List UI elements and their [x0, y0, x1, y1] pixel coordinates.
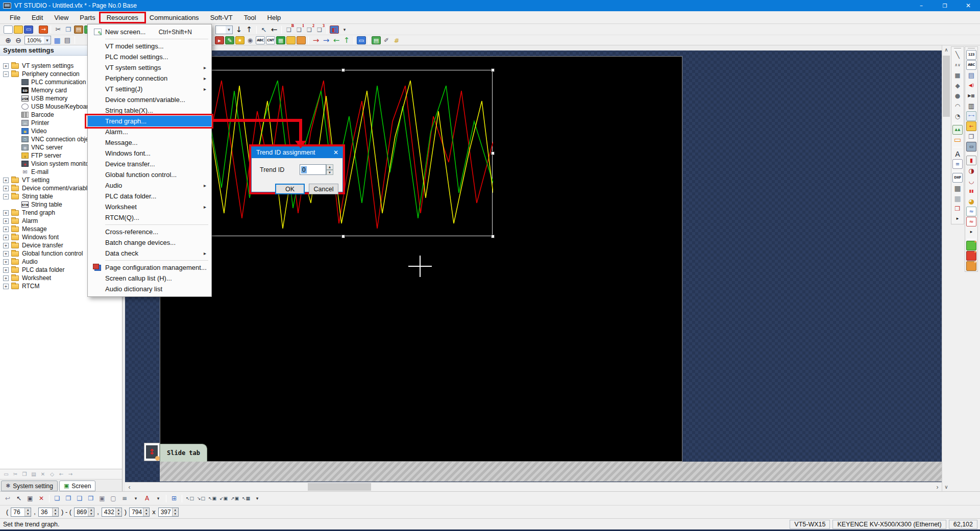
spinner-up-icon[interactable]: ▲ [88, 508, 94, 512]
menu-item-audio[interactable]: Audio▸ [88, 180, 211, 191]
trend-id-spinner[interactable]: ▲ ▼ [326, 164, 333, 175]
arc-tool-icon[interactable]: ◠ [952, 101, 963, 111]
expand-icon[interactable]: + [3, 251, 9, 257]
free-graph-part-icon[interactable]: ≈ [966, 217, 976, 226]
align-parts-icon[interactable]: ≡ [119, 494, 130, 503]
tree-delete-icon[interactable]: ✕ [39, 471, 47, 478]
buzzer-part-icon[interactable]: ◀) [966, 81, 976, 90]
transfer-from-vt-icon[interactable]: ← [332, 36, 341, 44]
menu-communications[interactable]: Communications [144, 11, 205, 23]
jump-back-icon[interactable]: ↩ [3, 494, 13, 503]
menu-parts[interactable]: Parts [74, 11, 101, 23]
system-transfer-icon[interactable]: → [39, 26, 48, 34]
menu-item-message-[interactable]: Message... [88, 137, 211, 148]
expand-icon[interactable]: + [3, 243, 9, 248]
character-display-part-icon[interactable]: ABC [966, 60, 976, 70]
copy-icon[interactable]: ❐ [64, 26, 73, 34]
polygon-tool-icon[interactable]: ◆ [952, 81, 963, 90]
chevron-down-icon[interactable]: ▾ [226, 26, 232, 34]
editor-workspace[interactable]: ↕ Slide tab ‹ › [122, 45, 942, 491]
comment-display-part-icon[interactable]: ▤ [966, 70, 976, 80]
expand-icon[interactable]: + [3, 186, 9, 191]
menu-item-worksheet[interactable]: Worksheet▸ [88, 201, 211, 212]
menu-item-string-table-x-[interactable]: String table(X)... [88, 105, 211, 116]
video-part-icon[interactable]: ▶▦ [966, 91, 976, 100]
select-inner-part-icon[interactable]: ↙▣ [218, 494, 229, 503]
bring-forward-icon[interactable]: ❑ [75, 494, 85, 503]
select-cursor-icon[interactable]: ↖ [14, 494, 24, 503]
coordinate-spinner[interactable]: ▲▼ [24, 508, 31, 516]
menu-item-new-screen-[interactable]: New screen...Ctrl+Shift+N [88, 27, 211, 37]
remote-monitor-part-icon[interactable]: ❐ [966, 132, 976, 141]
drawing-tool-icon[interactable]: ✐ [382, 36, 391, 44]
vt-simulator-icon[interactable]: ▭ [357, 36, 366, 44]
scroll-right-arrow[interactable]: › [933, 483, 942, 491]
dxf-tool-icon[interactable]: DXF [952, 173, 963, 183]
expand-icon[interactable]: + [3, 259, 9, 265]
expand-icon[interactable]: + [3, 235, 9, 240]
horizontal-scroll-thumb[interactable] [308, 483, 371, 491]
stamp-tool-icon[interactable]: ❒ [952, 204, 963, 213]
menu-resources[interactable]: Resources [101, 11, 144, 23]
text-list-icon[interactable]: ABC [256, 36, 265, 44]
coordinate-spinner[interactable]: ▲▼ [88, 508, 94, 516]
previous-screen-icon[interactable]: ↑ [244, 26, 254, 34]
send-backward-icon[interactable]: ❒ [86, 494, 96, 503]
vertical-scroll-thumb[interactable] [943, 56, 950, 117]
menu-item-device-transfer-[interactable]: Device transfer... [88, 159, 211, 169]
slide-tab-thumbnail[interactable]: ↕ [144, 443, 160, 461]
memory-card-tool-icon[interactable] [286, 36, 296, 44]
expand-icon[interactable]: + [3, 178, 9, 183]
unit-editor-icon[interactable]: # [392, 36, 401, 44]
more-draw-tools-icon[interactable]: ▸ [952, 214, 963, 223]
menu-edit[interactable]: Edit [26, 11, 48, 23]
select-group-part-icon[interactable]: ↖▦ [241, 494, 251, 503]
expand-icon[interactable]: + [3, 210, 9, 216]
expand-icon[interactable]: + [3, 275, 9, 281]
spinner-down-icon[interactable]: ▼ [143, 512, 149, 516]
coordinate-field-2[interactable]: 869▲▼ [74, 508, 94, 517]
table-tool-icon[interactable]: ▦ [952, 193, 963, 203]
polyline-tool-icon[interactable]: ∧∨ [952, 60, 963, 70]
select-frame-part-icon[interactable]: ↖▣ [207, 494, 217, 503]
expand-icon[interactable]: + [3, 218, 9, 224]
spinner-down-icon[interactable]: ▼ [116, 512, 121, 516]
selection-handle[interactable] [491, 68, 495, 72]
collapse-icon[interactable]: − [3, 194, 9, 199]
tree-copy-icon[interactable]: ❐ [20, 471, 29, 478]
tree-paste-icon[interactable]: ▤ [30, 471, 38, 478]
tree-select-icon[interactable]: ▭ [2, 471, 10, 478]
text-tool-icon[interactable]: A [952, 149, 963, 159]
coordinate-spinner[interactable]: ▲▼ [143, 508, 149, 516]
screen-no-combo-combobox[interactable]: ▾ [215, 26, 233, 34]
coordinate-field-1[interactable]: 36▲▼ [38, 508, 59, 517]
window-page-1-icon[interactable]: ❑1 [295, 26, 304, 34]
ellipse-tool-icon[interactable]: ● [952, 91, 963, 100]
coordinate-field-4[interactable]: 794▲▼ [129, 508, 150, 517]
needle-meter-part-icon[interactable]: ◡ [966, 176, 976, 186]
scroll-down-arrow[interactable]: ∨ [942, 483, 950, 491]
select-top-part-icon[interactable]: ↖□ [185, 494, 195, 503]
expand-icon[interactable]: + [3, 226, 9, 232]
menu-item-page-configuration-management-[interactable]: Page configuration management... [88, 262, 211, 273]
selection-handle[interactable] [491, 235, 495, 238]
menu-item-batch-change-devices-[interactable]: Batch change devices... [88, 237, 211, 248]
delete-part-icon[interactable]: ✕ [36, 494, 46, 503]
font-change-icon[interactable]: A [142, 494, 152, 503]
window-page-3-icon[interactable]: ❑3 [315, 26, 324, 34]
zoom-out-icon[interactable]: ⊖ [14, 36, 23, 44]
rectangle-tool-icon[interactable]: ■ [952, 70, 963, 80]
base-page-icon[interactable]: ❑B [284, 26, 293, 34]
camera-display-part-icon[interactable]: ▭ [966, 142, 976, 151]
window-page-2-icon[interactable]: ❑2 [305, 26, 314, 34]
trend-id-input[interactable]: 0 [300, 164, 326, 175]
movie-part-icon[interactable]: ▥ [966, 101, 976, 111]
parts-catalog-icon[interactable]: ★ [235, 36, 244, 44]
selection-handle[interactable] [341, 235, 345, 238]
transfer-monitor-icon[interactable]: → [322, 36, 331, 44]
analog-meter-part-icon[interactable]: ◑ [966, 166, 976, 175]
parts-library-icon[interactable]: ◧ [330, 26, 339, 34]
spinner-down-icon[interactable]: ▼ [173, 512, 178, 516]
bring-to-front-icon[interactable]: ❏ [52, 494, 62, 503]
zoom-combo-combobox[interactable]: 100%▾ [24, 36, 51, 44]
